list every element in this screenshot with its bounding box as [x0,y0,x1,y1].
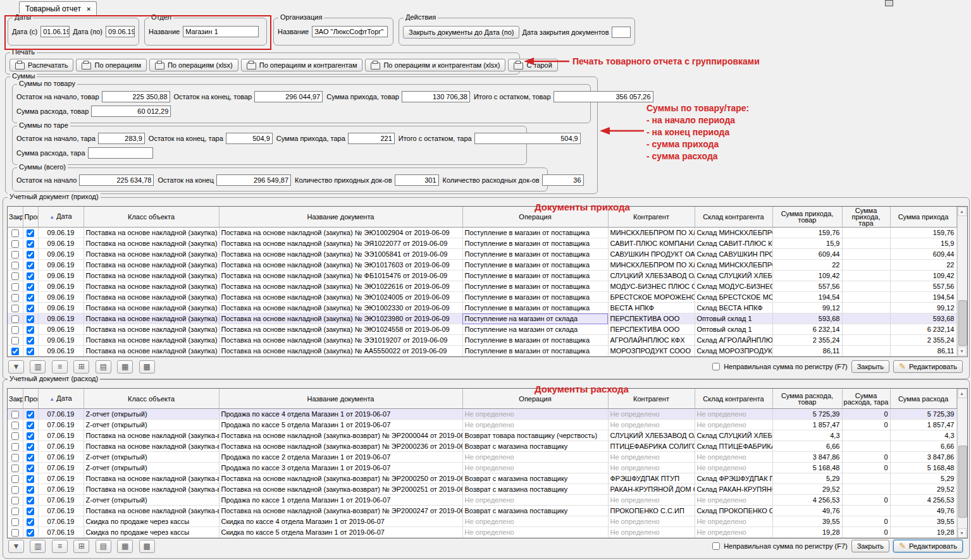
filter-icon[interactable]: ▼ [8,360,24,374]
table-row[interactable]: 09.06.19 Поставка на основе накладной (з… [8,271,956,281]
table-row[interactable]: 07.06.19 Z-отчет (открытый) Продажа по к… [8,409,956,420]
sum-field-input[interactable]: 130 706,38 [402,91,470,102]
table-row[interactable]: 09.06.19 Поставка на основе накладной (з… [8,249,956,260]
close-date-input[interactable] [612,27,631,38]
verified-checkbox[interactable] [27,348,34,355]
table-row[interactable]: 09.06.19 Поставка на основе накладной (з… [8,303,956,313]
closed-checkbox[interactable] [11,229,19,237]
table-row[interactable]: 09.06.19 Поставка на основе накладной (з… [8,281,956,292]
grid-clear-icon[interactable]: ▩ [139,540,155,553]
closed-checkbox[interactable] [11,454,19,461]
scroll-up-icon[interactable]: ▲ [958,389,967,398]
excel-export-icon[interactable]: ▦ [117,360,133,374]
verified-checkbox[interactable] [27,283,34,291]
scroll-thumb[interactable] [958,446,967,518]
table-row[interactable]: 09.06.19 Поставка на основе накладной (з… [8,260,956,271]
verified-checkbox[interactable] [27,486,34,494]
print-icon[interactable]: ▤ [96,360,111,374]
expense-scrollbar[interactable]: ▲ ▼ [957,389,967,538]
verified-checkbox[interactable] [27,229,34,237]
col-header-warehouse[interactable]: Склад контрагента [695,207,772,228]
closed-checkbox[interactable] [11,411,19,418]
closed-checkbox[interactable] [11,432,19,440]
sum-field-input[interactable] [88,147,153,159]
print-by-operations-button[interactable]: По операциям [76,59,146,71]
verified-checkbox[interactable] [27,443,34,451]
table-row[interactable]: 07.06.19 Поставка на основе накладной (з… [8,430,956,441]
col-header-closed[interactable]: Закр [8,389,23,409]
table-row[interactable]: 09.06.19 Поставка на основе накладной (з… [8,228,956,238]
wrong-sum-checkbox[interactable] [712,542,720,550]
closed-checkbox[interactable] [11,251,19,259]
sum-field-input[interactable]: 356 057,26 [554,91,653,102]
verified-checkbox[interactable] [27,432,34,440]
table-row[interactable]: 07.06.19 Поставка на основе накладной (з… [8,506,956,516]
scroll-down-icon[interactable]: ▼ [958,346,967,356]
col-header-sum-goods[interactable]: Сумма прихода, товар [772,207,842,228]
closed-checkbox[interactable] [11,529,19,537]
print-by-operations-contragents-xlsx-button[interactable]: По операциям и контрагентам (xlsx) [365,59,505,71]
scroll-up-icon[interactable]: ▲ [958,207,967,216]
sum-field-input[interactable]: 504,9 [474,133,581,144]
verified-checkbox[interactable] [27,272,34,280]
verified-checkbox[interactable] [27,475,34,483]
verified-checkbox[interactable] [27,508,34,515]
col-header-sum-total[interactable]: Сумма прихода [890,207,956,228]
verified-checkbox[interactable] [27,294,34,301]
sum-field-input[interactable]: 225 350,88 [102,91,170,102]
table-row[interactable]: 07.06.19 Скидка по продаже через кассы С… [8,527,956,538]
col-header-verified[interactable]: Пров [23,207,38,228]
table-row[interactable]: 07.06.19 Z-отчет (открытый) Продажа по к… [8,463,956,473]
excel-export-icon[interactable]: ▦ [117,540,133,553]
col-header-date[interactable]: ▲ Дата [38,207,83,228]
verified-checkbox[interactable] [27,454,34,461]
verified-checkbox[interactable] [27,422,34,429]
table-row[interactable]: 07.06.19 Поставка на основе накладной (з… [8,473,956,484]
verified-checkbox[interactable] [27,305,34,312]
closed-checkbox[interactable] [11,283,19,291]
table-row[interactable]: 07.06.19 Поставка на основе накладной (з… [8,484,956,495]
verified-checkbox[interactable] [27,411,34,418]
col-header-document-name[interactable]: Название документа [219,207,462,228]
sum-field-input[interactable]: 504,9 [226,133,273,144]
col-header-sum-tare[interactable]: Сумма прихода, тара [842,207,890,228]
closed-checkbox[interactable] [11,337,19,344]
table-row[interactable]: 07.06.19 Z-отчет (открытый) Продажа по к… [8,495,956,506]
date-from-input[interactable]: 01.06.19 [40,26,70,37]
col-header-sum-goods[interactable]: Сумма расхода, товар [772,389,842,409]
table-row[interactable]: 07.06.19 Поставка на основе накладной (з… [8,441,956,452]
verified-checkbox[interactable] [27,251,34,259]
table-row[interactable]: 09.06.19 Поставка на основе накладной (з… [8,313,956,324]
sum-field-input[interactable]: 60 012,29 [91,106,171,117]
sum-field-input[interactable]: 221 [348,133,395,144]
sum-field-input[interactable]: 283,9 [98,133,145,144]
closed-checkbox[interactable] [11,475,19,483]
col-header-object-class[interactable]: Класс объекта [83,389,219,409]
col-header-sum-total[interactable]: Сумма расхода [890,389,956,409]
department-name-input[interactable]: Магазин 1 [183,26,259,37]
verified-checkbox[interactable] [27,529,34,537]
closed-checkbox[interactable] [11,240,19,248]
table-row[interactable]: 07.06.19 Z-отчет (открытый) Продажа по к… [8,452,956,463]
organization-name-input[interactable]: ЗАО "ЛюксСофтТорг" [312,26,388,37]
closed-checkbox[interactable] [11,272,19,280]
verified-checkbox[interactable] [27,326,34,334]
table-row[interactable]: 09.06.19 Поставка на основе накладной (з… [8,238,956,249]
sum-field-input[interactable]: 225 634,78 [79,174,154,186]
grid-clear-icon[interactable]: ▩ [139,360,155,374]
closed-checkbox[interactable] [11,486,19,494]
sum-field-input[interactable]: 296 044,97 [254,91,323,102]
col-header-object-class[interactable]: Класс объекта [83,207,219,228]
sum-field-input[interactable]: 296 549,87 [216,174,291,186]
numbered-list-icon[interactable]: ≡ [52,360,68,374]
columns-icon[interactable]: ▥ [30,540,46,553]
columns-icon[interactable]: ▥ [30,360,46,374]
closed-checkbox[interactable] [11,422,19,429]
table-row[interactable]: 07.06.19 Скидка по продаже через кассы С… [8,516,956,527]
verified-checkbox[interactable] [27,518,34,526]
col-header-closed[interactable]: Закр [8,207,23,228]
scroll-thumb[interactable] [958,300,967,346]
col-header-document-name[interactable]: Название документа [219,389,462,409]
closed-checkbox[interactable] [11,294,19,301]
verified-checkbox[interactable] [27,262,34,269]
